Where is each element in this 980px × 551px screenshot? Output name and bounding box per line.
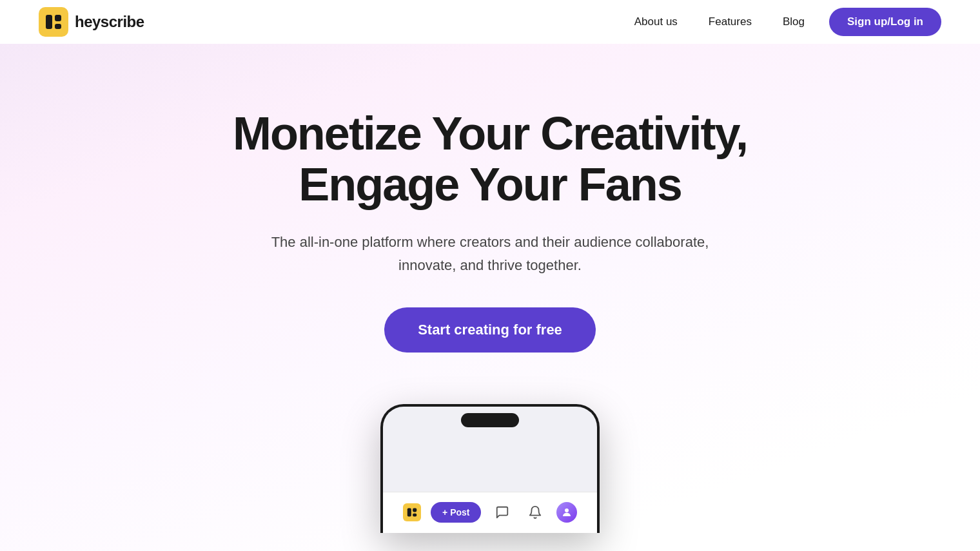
hero-title-line2: Engage Your Fans — [299, 159, 681, 210]
svg-rect-1 — [55, 15, 61, 21]
hero-subtitle: The all-in-one platform where creators a… — [264, 231, 716, 276]
svg-rect-2 — [55, 24, 61, 29]
start-creating-button[interactable]: Start creating for free — [384, 307, 596, 353]
logo-text: heyscribe — [75, 13, 144, 31]
navigation: heyscribe About us Features Blog Sign up… — [0, 0, 980, 44]
nav-links: About us Features Blog Sign up/Log in — [622, 8, 941, 36]
phone-avatar[interactable] — [556, 502, 577, 523]
phone-bottom-bar: + Post — [383, 492, 597, 533]
phone-mockup: + Post — [380, 404, 600, 533]
phone-notch — [461, 413, 519, 427]
svg-rect-5 — [413, 514, 417, 517]
logo[interactable]: heyscribe — [39, 7, 144, 37]
phone-chat-icon[interactable] — [491, 501, 514, 524]
svg-rect-3 — [407, 508, 411, 517]
hero-title: Monetize Your Creativity, Engage Your Fa… — [200, 108, 780, 210]
phone-mockup-container: + Post — [26, 404, 954, 533]
hero-title-line1: Monetize Your Creativity, — [233, 108, 747, 159]
nav-link-features[interactable]: Features — [696, 10, 765, 34]
hero-section: Monetize Your Creativity, Engage Your Fa… — [0, 44, 980, 551]
phone-logo-icon — [403, 503, 421, 521]
phone-post-button[interactable]: + Post — [431, 502, 481, 523]
svg-point-6 — [565, 508, 569, 512]
phone-bell-icon[interactable] — [524, 501, 547, 524]
phone-screen: + Post — [383, 407, 597, 533]
logo-icon — [39, 7, 68, 37]
svg-rect-4 — [413, 508, 417, 512]
svg-rect-0 — [46, 15, 52, 29]
phone-post-label: + Post — [442, 507, 469, 517]
signup-login-button[interactable]: Sign up/Log in — [829, 8, 941, 36]
nav-link-blog[interactable]: Blog — [770, 10, 818, 34]
nav-link-about[interactable]: About us — [622, 10, 691, 34]
